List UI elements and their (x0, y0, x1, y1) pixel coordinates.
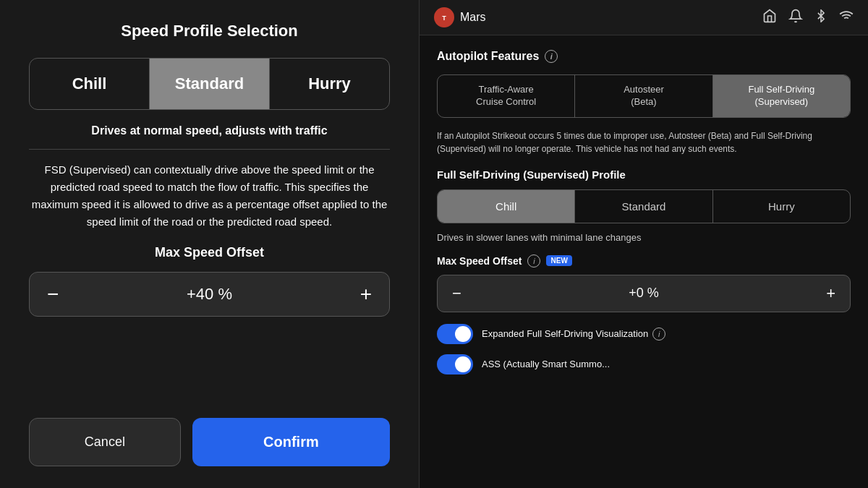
fsd-tab-hurry[interactable]: Hurry (713, 190, 850, 223)
toggle1-info-icon[interactable]: i (652, 328, 665, 341)
toggle-knob (455, 326, 471, 342)
tab-fsd[interactable]: Full Self-Driving(Supervised) (713, 75, 850, 117)
content-area: Autopilot Features i Traffic-AwareCruise… (420, 35, 868, 488)
fsd-tab-chill[interactable]: Chill (438, 190, 575, 223)
right-panel: T Mars Autopilot Features i Tr (420, 0, 868, 488)
tab-chill[interactable]: Chill (30, 59, 150, 109)
speed-tabs: Chill Standard Hurry (29, 58, 390, 110)
feature-tabs: Traffic-AwareCruise Control Autosteer(Be… (437, 74, 851, 118)
fsd-description: FSD (Supervised) can contextually drive … (29, 161, 390, 231)
bell-icon[interactable] (788, 9, 803, 27)
autopilot-label: Autopilot Features (437, 50, 539, 63)
new-badge: NEW (546, 255, 571, 266)
action-buttons: Cancel Confirm (29, 418, 390, 466)
ass-label: ASS (Actually Smart Summo... (482, 359, 610, 369)
max-speed-label: Max Speed Offset (155, 245, 264, 260)
max-speed-row: Max Speed Offset i NEW (437, 254, 851, 267)
decrement-button[interactable]: − (47, 284, 59, 304)
cancel-button[interactable]: Cancel (29, 418, 181, 466)
fsd-profile-label: Full Self-Driving (Supervised) Profile (437, 168, 851, 181)
fsd-visualization-toggle-row: Expanded Full Self-Driving Visualization… (437, 324, 851, 344)
wifi-icon[interactable] (839, 9, 854, 27)
offset-value: +40 % (187, 285, 232, 304)
brand-area: T Mars (434, 7, 486, 27)
right-speed-offset: − +0 % + (437, 275, 851, 312)
brand-icon: T (434, 7, 454, 27)
tab-standard[interactable]: Standard (150, 59, 270, 109)
tab-autosteer[interactable]: Autosteer(Beta) (575, 75, 712, 117)
bluetooth-icon[interactable] (814, 9, 827, 26)
ass-toggle[interactable] (437, 354, 473, 374)
confirm-button[interactable]: Confirm (192, 418, 390, 466)
toggle1-label: Expanded Full Self-Driving Visualization (482, 328, 648, 339)
ass-toggle-knob (455, 356, 471, 372)
speed-offset-control: − +40 % + (29, 272, 390, 317)
right-max-speed-label: Max Speed Offset (437, 255, 522, 267)
right-increment-button[interactable]: + (826, 284, 835, 303)
autopilot-section-header: Autopilot Features i (437, 50, 851, 63)
svg-text:T: T (442, 14, 446, 22)
tab-hurry[interactable]: Hurry (270, 59, 389, 109)
warning-text: If an Autopilot Strikeout occurs 5 times… (437, 129, 851, 155)
toggle1-label-row: Expanded Full Self-Driving Visualization… (482, 328, 665, 341)
fsd-profile-tabs: Chill Standard Hurry (437, 189, 851, 223)
fsd-visualization-toggle[interactable] (437, 324, 473, 344)
ass-toggle-row: ASS (Actually Smart Summo... (437, 354, 851, 374)
right-decrement-button[interactable]: − (452, 284, 461, 303)
brand-name: Mars (460, 11, 486, 24)
divider (29, 149, 390, 150)
right-offset-value: +0 % (629, 286, 659, 301)
autopilot-info-icon[interactable]: i (545, 50, 558, 63)
increment-button[interactable]: + (360, 284, 372, 304)
home-icon[interactable] (762, 9, 777, 27)
fsd-tab-description: Drives in slower lanes with minimal lane… (437, 232, 851, 243)
top-bar-icons (762, 9, 854, 27)
max-speed-info-icon[interactable]: i (527, 254, 540, 267)
fsd-tab-standard[interactable]: Standard (575, 190, 712, 223)
panel-title: Speed Profile Selection (121, 22, 298, 40)
top-bar: T Mars (420, 0, 868, 35)
tab-traffic-cruise[interactable]: Traffic-AwareCruise Control (438, 75, 575, 117)
tab-description: Drives at normal speed, adjusts with tra… (91, 124, 327, 137)
left-panel: Speed Profile Selection Chill Standard H… (0, 0, 420, 488)
